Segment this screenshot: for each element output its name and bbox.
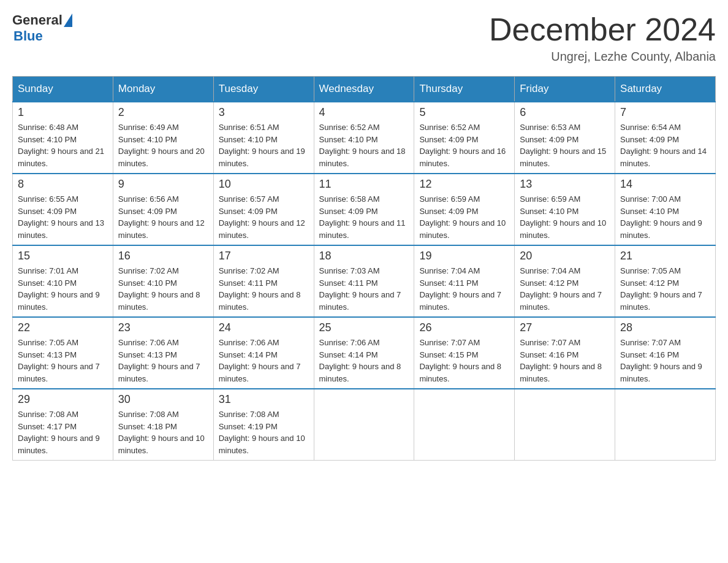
day-number: 11 [319,178,409,191]
day-info: Sunrise: 7:06 AMSunset: 4:14 PMDaylight:… [219,337,309,385]
day-info: Sunrise: 6:58 AMSunset: 4:09 PMDaylight:… [319,193,409,241]
calendar-cell: 10 Sunrise: 6:57 AMSunset: 4:09 PMDaylig… [213,174,314,245]
calendar-cell: 17 Sunrise: 7:02 AMSunset: 4:11 PMDaylig… [213,245,314,317]
calendar-cell: 4 Sunrise: 6:52 AMSunset: 4:10 PMDayligh… [314,102,414,174]
day-number: 12 [419,178,509,191]
day-number: 7 [620,106,710,119]
day-number: 21 [620,250,710,262]
week-row-2: 8 Sunrise: 6:55 AMSunset: 4:09 PMDayligh… [13,174,716,245]
calendar-cell: 1 Sunrise: 6:48 AMSunset: 4:10 PMDayligh… [13,102,113,174]
calendar-cell: 11 Sunrise: 6:58 AMSunset: 4:09 PMDaylig… [314,174,414,245]
day-info: Sunrise: 6:52 AMSunset: 4:10 PMDaylight:… [319,121,409,169]
calendar-cell: 30 Sunrise: 7:08 AMSunset: 4:18 PMDaylig… [113,389,213,461]
day-number: 3 [219,106,309,119]
day-number: 6 [520,106,610,119]
calendar-cell: 22 Sunrise: 7:05 AMSunset: 4:13 PMDaylig… [13,317,113,389]
day-number: 26 [419,321,509,334]
day-number: 8 [18,178,108,191]
day-info: Sunrise: 6:54 AMSunset: 4:09 PMDaylight:… [620,121,710,169]
week-row-4: 22 Sunrise: 7:05 AMSunset: 4:13 PMDaylig… [13,317,716,389]
day-info: Sunrise: 7:07 AMSunset: 4:15 PMDaylight:… [419,337,509,385]
day-info: Sunrise: 6:59 AMSunset: 4:09 PMDaylight:… [419,193,509,241]
calendar-cell: 8 Sunrise: 6:55 AMSunset: 4:09 PMDayligh… [13,174,113,245]
day-info: Sunrise: 7:02 AMSunset: 4:10 PMDaylight:… [118,265,208,313]
calendar-cell: 6 Sunrise: 6:53 AMSunset: 4:09 PMDayligh… [515,102,615,174]
day-info: Sunrise: 6:51 AMSunset: 4:10 PMDaylight:… [219,121,309,169]
calendar-cell: 24 Sunrise: 7:06 AMSunset: 4:14 PMDaylig… [213,317,314,389]
calendar-header-sunday: Sunday [13,77,113,102]
day-info: Sunrise: 7:08 AMSunset: 4:17 PMDaylight:… [18,408,108,456]
calendar-cell: 25 Sunrise: 7:06 AMSunset: 4:14 PMDaylig… [314,317,414,389]
logo-general-text: General [12,12,63,28]
calendar-cell: 20 Sunrise: 7:04 AMSunset: 4:12 PMDaylig… [515,245,615,317]
day-number: 15 [18,250,108,262]
day-info: Sunrise: 6:57 AMSunset: 4:09 PMDaylight:… [219,193,309,241]
day-number: 5 [419,106,509,119]
day-info: Sunrise: 7:08 AMSunset: 4:18 PMDaylight:… [118,408,208,456]
day-info: Sunrise: 7:05 AMSunset: 4:12 PMDaylight:… [620,265,710,313]
day-number: 16 [118,250,208,262]
title-section: December 2024 Ungrej, Lezhe County, Alba… [489,12,716,64]
day-info: Sunrise: 6:49 AMSunset: 4:10 PMDaylight:… [118,121,208,169]
calendar-cell: 28 Sunrise: 7:07 AMSunset: 4:16 PMDaylig… [615,317,716,389]
day-info: Sunrise: 6:56 AMSunset: 4:09 PMDaylight:… [118,193,208,241]
calendar-cell [314,389,414,461]
day-number: 24 [219,321,309,334]
day-info: Sunrise: 7:00 AMSunset: 4:10 PMDaylight:… [620,193,710,241]
calendar-header-wednesday: Wednesday [314,77,414,102]
calendar-cell: 9 Sunrise: 6:56 AMSunset: 4:09 PMDayligh… [113,174,213,245]
day-info: Sunrise: 7:07 AMSunset: 4:16 PMDaylight:… [620,337,710,385]
day-info: Sunrise: 7:06 AMSunset: 4:14 PMDaylight:… [319,337,409,385]
calendar-cell: 31 Sunrise: 7:08 AMSunset: 4:19 PMDaylig… [213,389,314,461]
day-number: 31 [219,393,309,406]
day-info: Sunrise: 7:03 AMSunset: 4:11 PMDaylight:… [319,265,409,313]
page-header: General Blue December 2024 Ungrej, Lezhe… [12,12,716,64]
calendar-cell: 26 Sunrise: 7:07 AMSunset: 4:15 PMDaylig… [414,317,515,389]
day-number: 20 [520,250,610,262]
calendar-cell: 23 Sunrise: 7:06 AMSunset: 4:13 PMDaylig… [113,317,213,389]
logo: General Blue [12,12,72,44]
calendar-cell: 21 Sunrise: 7:05 AMSunset: 4:12 PMDaylig… [615,245,716,317]
calendar-header-tuesday: Tuesday [213,77,314,102]
day-number: 4 [319,106,409,119]
day-number: 30 [118,393,208,406]
logo-triangle-icon [64,13,72,27]
day-info: Sunrise: 7:07 AMSunset: 4:16 PMDaylight:… [520,337,610,385]
calendar-cell: 18 Sunrise: 7:03 AMSunset: 4:11 PMDaylig… [314,245,414,317]
week-row-5: 29 Sunrise: 7:08 AMSunset: 4:17 PMDaylig… [13,389,716,461]
day-number: 9 [118,178,208,191]
calendar-cell: 15 Sunrise: 7:01 AMSunset: 4:10 PMDaylig… [13,245,113,317]
day-number: 28 [620,321,710,334]
calendar-cell: 19 Sunrise: 7:04 AMSunset: 4:11 PMDaylig… [414,245,515,317]
calendar-cell: 16 Sunrise: 7:02 AMSunset: 4:10 PMDaylig… [113,245,213,317]
calendar-header-row: SundayMondayTuesdayWednesdayThursdayFrid… [13,77,716,102]
week-row-1: 1 Sunrise: 6:48 AMSunset: 4:10 PMDayligh… [13,102,716,174]
day-number: 23 [118,321,208,334]
day-number: 17 [219,250,309,262]
location-title: Ungrej, Lezhe County, Albania [489,50,716,64]
day-info: Sunrise: 6:53 AMSunset: 4:09 PMDaylight:… [520,121,610,169]
day-number: 2 [118,106,208,119]
day-info: Sunrise: 6:48 AMSunset: 4:10 PMDaylight:… [18,121,108,169]
day-number: 22 [18,321,108,334]
day-info: Sunrise: 6:59 AMSunset: 4:10 PMDaylight:… [520,193,610,241]
day-number: 10 [219,178,309,191]
calendar-cell: 3 Sunrise: 6:51 AMSunset: 4:10 PMDayligh… [213,102,314,174]
calendar-cell: 27 Sunrise: 7:07 AMSunset: 4:16 PMDaylig… [515,317,615,389]
day-number: 27 [520,321,610,334]
day-number: 25 [319,321,409,334]
day-info: Sunrise: 7:04 AMSunset: 4:12 PMDaylight:… [520,265,610,313]
week-row-3: 15 Sunrise: 7:01 AMSunset: 4:10 PMDaylig… [13,245,716,317]
calendar-header-saturday: Saturday [615,77,716,102]
day-number: 13 [520,178,610,191]
day-number: 18 [319,250,409,262]
day-number: 29 [18,393,108,406]
day-number: 19 [419,250,509,262]
day-number: 1 [18,106,108,119]
day-info: Sunrise: 7:02 AMSunset: 4:11 PMDaylight:… [219,265,309,313]
calendar-cell: 14 Sunrise: 7:00 AMSunset: 4:10 PMDaylig… [615,174,716,245]
calendar-cell [615,389,716,461]
calendar-cell: 13 Sunrise: 6:59 AMSunset: 4:10 PMDaylig… [515,174,615,245]
day-info: Sunrise: 7:01 AMSunset: 4:10 PMDaylight:… [18,265,108,313]
calendar-cell: 7 Sunrise: 6:54 AMSunset: 4:09 PMDayligh… [615,102,716,174]
